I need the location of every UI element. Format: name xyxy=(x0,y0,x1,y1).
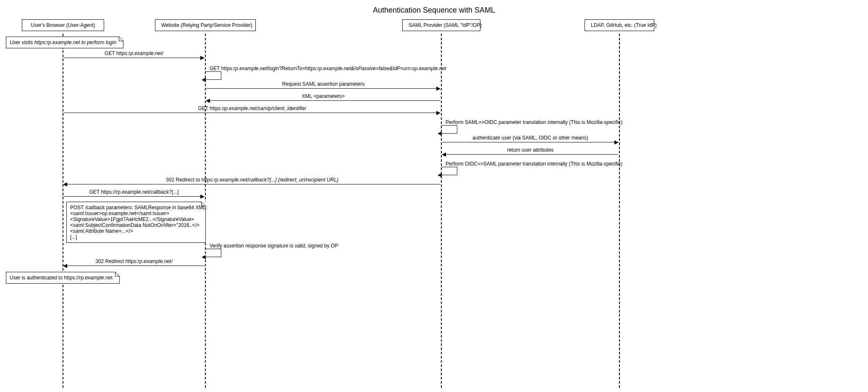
self-loop-verify-signature xyxy=(206,249,221,257)
participant-saml: SAML Provider (SAML "IdP"/OP) xyxy=(402,19,480,31)
note-post-callback: POST /callback parameters: SAMLResponse … xyxy=(66,202,206,243)
msg-xml-parameters: XML <parameters> xyxy=(205,93,441,99)
arrow-return-attributes xyxy=(442,154,618,155)
msg-get-rp: GET https:rp.example.net/ xyxy=(63,50,205,56)
msg-verify-signature: Verify assertion response signature is v… xyxy=(210,243,338,249)
arrow-get-op-samlp xyxy=(63,113,440,113)
msg-oidc-to-saml: Perform OIDC=>SAML parameter translation… xyxy=(446,161,622,167)
msg-get-op-samlp: GET https:op.example.net/samlp/client_id… xyxy=(63,105,441,111)
self-loop-oidc-to-saml xyxy=(442,167,457,175)
arrow-request-saml-params xyxy=(206,88,440,89)
msg-get-login: GET https:rp.example.net/login?ReturnTo=… xyxy=(210,66,446,71)
participant-idp: LDAP, GitHub, etc. (True IdP) xyxy=(585,19,654,31)
arrow-get-rp xyxy=(63,58,204,58)
note-user-authenticated: User is authenticated to https://rp.exam… xyxy=(6,272,120,284)
msg-request-saml-params: Request SAML assertion parameters xyxy=(205,81,441,87)
participant-website: Website (Relying Party/Service Provider) xyxy=(155,19,256,31)
note-user-visits: User visits https:rp.example.net to perf… xyxy=(6,37,123,48)
lifeline-idp xyxy=(619,34,620,388)
msg-authenticate-user: authenticate user (via SAML, OIDC or oth… xyxy=(441,135,619,141)
msg-return-attributes: return user attributes xyxy=(441,147,619,153)
sequence-diagram: Authentication Sequence with SAML User's… xyxy=(0,0,868,392)
diagram-title: Authentication Sequence with SAML xyxy=(0,6,868,15)
self-loop-get-login xyxy=(206,71,221,80)
arrow-302-callback xyxy=(63,184,440,184)
arrow-get-callback xyxy=(63,196,204,197)
arrow-authenticate-user xyxy=(442,142,618,142)
msg-302-callback: 302 Redirect to https:rp.example.net/cal… xyxy=(63,177,441,183)
self-loop-saml-to-oidc xyxy=(442,125,457,134)
msg-302-final: 302 Redirect https:rp.example.net/ xyxy=(63,258,205,264)
arrow-302-final xyxy=(63,266,204,266)
arrow-xml-parameters xyxy=(206,100,440,101)
lifeline-user xyxy=(63,34,63,388)
msg-saml-to-oidc: Perform SAML=>OIDC parameter translation… xyxy=(446,119,622,125)
participant-user: User's Browser (User-Agent) xyxy=(22,19,104,31)
msg-get-callback: GET https://rp.example.net/callback?[...… xyxy=(63,189,205,195)
